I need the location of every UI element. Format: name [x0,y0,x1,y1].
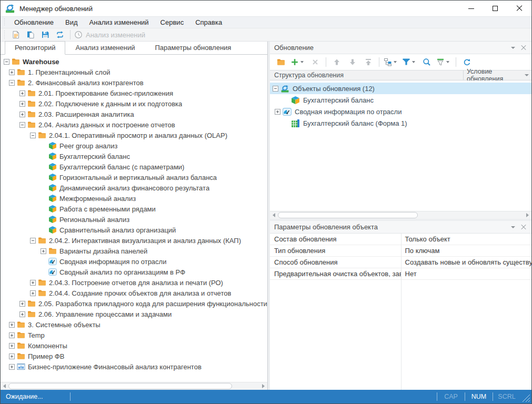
menu-help[interactable]: Справка [189,17,228,28]
tree-item[interactable]: Temp [1,330,267,340]
resize-grip-icon[interactable] [523,395,530,402]
copy-button[interactable] [24,29,37,41]
tree-item[interactable]: Сводная информация по отрасли [270,106,531,117]
filter-button[interactable] [436,56,452,68]
scroll-track[interactable] [8,382,259,390]
group-mode-button[interactable] [383,56,399,68]
tree-item[interactable]: Бухгалтерский баланс [1,151,267,161]
tree-item[interactable]: 2.04.4. Создание прочих объектов для ана… [1,288,267,298]
tree-item[interactable]: Горизонтальный и вертикальный анализ бал… [1,172,267,183]
panel-menu-button[interactable] [508,223,518,232]
expand-expander-icon[interactable] [9,343,15,349]
expand-expander-icon[interactable] [9,364,15,370]
tree-item[interactable]: 2.04.2. Интерактивная визуализация и ана… [1,235,267,246]
tree-item[interactable]: Сводная информация по отрасли [1,256,267,267]
tree-item[interactable]: 2.05. Разработка прикладного кода для ра… [1,298,267,309]
refresh-button[interactable] [460,56,474,68]
tab-repository[interactable]: Репозиторий [5,41,65,55]
scroll-right-arrow-icon[interactable] [259,382,267,390]
update-horizontal-scrollbar[interactable] [270,211,531,219]
collapse-expander-icon[interactable] [273,86,278,92]
column-condition[interactable]: Условие обновления [463,70,531,80]
expand-expander-icon[interactable] [19,311,25,317]
tree-item[interactable]: Работа с временными рядами [1,204,267,214]
tree-item[interactable]: 2.02. Подключение к данным и их подготов… [1,98,267,109]
save-button[interactable] [38,29,52,41]
minimize-button[interactable] [459,1,483,16]
tree-item[interactable]: Warehouse [1,56,267,67]
tree-item[interactable]: Межформенный анализ [1,193,267,204]
menu-update[interactable]: Обновление [8,17,59,28]
open-folder-button[interactable] [274,56,288,68]
expand-expander-icon[interactable] [19,112,25,117]
scroll-thumb[interactable] [278,212,418,218]
tree-item[interactable]: 2.06. Управление процессами и задачами [1,309,267,319]
menu-service[interactable]: Сервис [155,17,190,28]
move-up-button[interactable] [330,56,344,68]
expand-expander-icon[interactable] [9,69,15,75]
tree-item[interactable]: 2.04. Анализ данных и построение отчетов [1,119,267,130]
scroll-right-arrow-icon[interactable] [524,211,531,219]
remove-object-button[interactable] [308,56,322,68]
tree-item[interactable]: Сводный анализ по организациям в РФ [1,267,267,277]
tree-item[interactable]: 2.04.1. Оперативный просмотр и анализ да… [1,130,267,140]
expand-expander-icon[interactable] [41,248,46,254]
panel-menu-button[interactable] [508,43,518,53]
collapse-expander-icon[interactable] [30,133,36,138]
tab-change-analysis[interactable]: Анализ изменений [65,41,145,55]
tree-item[interactable]: 2. Финансовый анализ контрагентов [1,77,267,88]
tree-item[interactable]: Бухгалтерский баланс [270,94,531,106]
tree-item[interactable]: Пример ФВ [1,351,267,361]
expand-expander-icon[interactable] [19,90,25,96]
panel-close-button[interactable] [519,223,528,232]
expand-expander-icon[interactable] [275,109,280,115]
tree-item[interactable]: 2.04.3. Построение отчетов для анализа и… [1,277,267,288]
search-button[interactable] [420,56,434,68]
expand-expander-icon[interactable] [19,101,25,107]
expand-expander-icon[interactable] [19,301,25,307]
tab-update-parameters[interactable]: Параметры обновления [145,41,241,55]
tree-item[interactable]: 1. Презентационный слой [1,67,267,77]
expand-expander-icon[interactable] [30,280,36,286]
tree-item[interactable]: 2.01. Проектирование бизнес-приложения [1,88,267,98]
tree-item[interactable]: Объекты обновления (12) [270,83,531,94]
grid-column-divider[interactable] [401,234,401,390]
scroll-thumb[interactable] [8,383,232,389]
tree-item[interactable]: Региональный анализ [1,214,267,225]
expand-expander-icon[interactable] [9,332,15,338]
tree-item[interactable]: Сравнительный анализ организаций [1,225,267,235]
collapse-expander-icon[interactable] [4,59,9,65]
new-update-button[interactable] [9,29,23,41]
move-top-button[interactable] [362,56,375,68]
property-value[interactable]: Создавать новые и обновлять существующие [401,257,532,268]
close-button[interactable] [507,1,531,16]
menu-view[interactable]: Вид [59,17,84,28]
tree-item[interactable]: Бизнес-приложение Финансовый анализ конт… [1,361,267,372]
tree-item[interactable]: 2.03. Расширенная аналитика [1,109,267,119]
tree-item[interactable]: Компоненты [1,340,267,351]
expand-expander-icon[interactable] [30,290,36,296]
expand-expander-icon[interactable] [9,322,15,328]
collapse-expander-icon[interactable] [30,238,36,244]
tree-item[interactable]: Peer group анализ [1,140,267,151]
scroll-left-arrow-icon[interactable] [270,211,278,219]
sort-button[interactable] [401,56,418,68]
tree-item[interactable]: Бухгалтерский баланс (с параметрами) [1,161,267,172]
tree-item[interactable]: 3. Системные объекты [1,319,267,330]
move-down-button[interactable] [346,56,359,68]
tree-item[interactable]: Динамический анализ финансового результа… [1,183,267,193]
tree-item[interactable]: Бухгалтерский баланс (Форма 1) [270,117,531,129]
run-update-button[interactable] [53,29,67,41]
collapse-expander-icon[interactable] [19,122,25,128]
scroll-left-arrow-icon[interactable] [1,382,8,390]
expand-expander-icon[interactable] [9,354,15,359]
panel-close-button[interactable] [519,43,528,53]
scroll-track[interactable] [278,211,524,219]
left-horizontal-scrollbar[interactable] [1,382,267,390]
change-analysis-button[interactable]: Анализ изменений [74,29,148,41]
property-value[interactable]: Только объект [401,234,532,245]
add-object-button[interactable] [290,56,306,68]
menu-change-analysis[interactable]: Анализ изменений [84,17,155,28]
maximize-button[interactable] [483,1,507,16]
tree-item[interactable]: Варианты дизайна панелей [1,246,267,256]
